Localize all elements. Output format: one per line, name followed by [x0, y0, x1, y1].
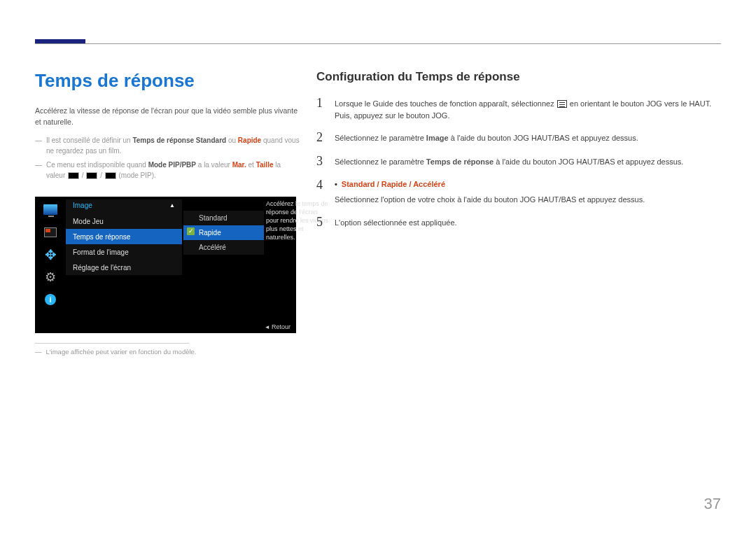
note-text: Ce menu est indisponible quand Mode PIP/…	[46, 160, 301, 181]
step-body: L'option sélectionnée est appliquée.	[335, 216, 457, 230]
notes-list: ― Il est conseillé de définir un Temps d…	[35, 135, 301, 181]
dash-icon: ―	[35, 348, 42, 356]
step: 2Sélectionnez le paramètre Image à l'aid…	[316, 131, 722, 145]
note-item: ― Il est conseillé de définir un Temps d…	[35, 135, 301, 157]
step-text: Lorsque le Guide des touches de fonction…	[335, 98, 722, 121]
intro-text: Accélérez la vitesse de réponse de l'écr…	[35, 106, 301, 128]
osd-option-item: Accéléré	[183, 240, 264, 255]
step-number: 4	[316, 178, 326, 206]
page-title: Temps de réponse	[35, 70, 301, 92]
move-icon: ✥	[43, 248, 57, 261]
osd-screenshot: ✥ ⚙ i Image ▲ Mode JeuTemps de réponseFo…	[35, 197, 296, 333]
osd-menu-item: Format de l'image	[66, 244, 182, 260]
left-column: Temps de réponse Accélérez la vitesse de…	[35, 70, 301, 356]
osd-nav-rail: ✥ ⚙ i	[39, 204, 62, 306]
step: 5L'option sélectionnée est appliquée.	[316, 216, 722, 230]
step-body: Sélectionnez le paramètre Image à l'aide…	[335, 131, 638, 145]
pip-layout-icon	[86, 172, 97, 179]
scroll-up-icon: ▲	[169, 202, 175, 209]
step-text: Sélectionnez le paramètre Image à l'aide…	[335, 132, 638, 144]
step-text: Sélectionnez le paramètre Temps de répon…	[335, 156, 683, 168]
step: 1Lorsque le Guide des touches de fonctio…	[316, 97, 722, 121]
step-body: Sélectionnez le paramètre Temps de répon…	[335, 155, 683, 169]
page-number: 37	[704, 495, 721, 513]
pip-layout-icon	[68, 172, 79, 179]
osd-option-item: Standard	[183, 211, 264, 225]
osd-back-label: Retour	[265, 323, 290, 330]
osd-menu-panel: Image ▲ Mode JeuTemps de réponseFormat d…	[66, 199, 182, 275]
pip-layout-icon	[105, 172, 116, 179]
osd-menu-item: Temps de réponse	[66, 229, 182, 244]
right-column: Configuration du Temps de réponse 1Lorsq…	[316, 70, 722, 229]
step-body: •Standard / Rapide / AccéléréSélectionne…	[335, 178, 645, 206]
dash-icon: ―	[35, 135, 42, 157]
info-icon: i	[43, 293, 57, 306]
dash-icon: ―	[35, 160, 42, 181]
step-text: L'option sélectionnée est appliquée.	[335, 217, 457, 229]
step-options-bullet: •Standard / Rapide / Accéléré	[335, 178, 645, 190]
gear-icon: ⚙	[43, 271, 57, 283]
osd-menu-title: Image ▲	[66, 199, 182, 213]
steps-list: 1Lorsque le Guide des touches de fonctio…	[316, 97, 722, 229]
step: 3Sélectionnez le paramètre Temps de répo…	[316, 155, 722, 169]
step-number: 2	[316, 131, 326, 145]
pip-icon	[43, 226, 57, 239]
subsection-title: Configuration du Temps de réponse	[316, 70, 722, 84]
step: 4•Standard / Rapide / AccéléréSélectionn…	[316, 178, 722, 206]
step-number: 1	[316, 97, 326, 121]
footnote: ― L'image affichée peut varier en foncti…	[35, 348, 301, 356]
osd-menu-item: Mode Jeu	[66, 213, 182, 229]
note-item: ― Ce menu est indisponible quand Mode PI…	[35, 160, 301, 181]
footnote-rule	[35, 343, 189, 344]
osd-menu-item: Réglage de l'écran	[66, 260, 182, 275]
header-rule	[35, 43, 721, 44]
step-text: Sélectionnez l'option de votre choix à l…	[335, 194, 645, 206]
step-number: 3	[316, 155, 326, 169]
osd-option-item: Rapide	[183, 225, 264, 240]
note-text: Il est conseillé de définir un Temps de …	[46, 135, 301, 157]
step-body: Lorsque le Guide des touches de fonction…	[335, 97, 722, 121]
osd-submenu-panel: StandardRapideAccéléré	[183, 211, 264, 255]
menu-icon	[557, 100, 567, 108]
monitor-icon	[43, 204, 57, 216]
step-number: 5	[316, 216, 326, 230]
